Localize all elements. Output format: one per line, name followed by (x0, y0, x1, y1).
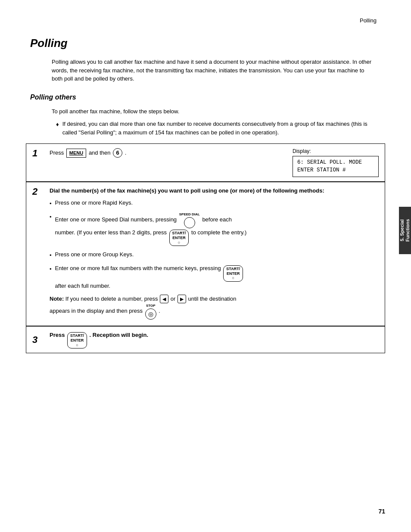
note-line: Note: If you need to delete a number, pr… (50, 295, 379, 320)
step3-text: . Reception will begin. (90, 332, 149, 338)
menu-key[interactable]: MENU (66, 149, 86, 158)
bullet2-item: • Enter one or more Speed Dial numbers, … (50, 212, 379, 246)
note-or: or (171, 296, 176, 302)
bullet2-dot: • (50, 213, 52, 221)
step3-content: Press START/ENTER○ . Reception will begi… (50, 331, 379, 348)
bullet1-item: • Press one or more Rapid Keys. (50, 199, 379, 208)
left-arrow-key[interactable]: ◀ (160, 295, 168, 303)
step1-display-area: Display: 6: SERIAL POLL. MODE ENTER STAT… (284, 148, 379, 177)
bullet2-newline: number. (If you enter less than 2 digits… (55, 229, 167, 236)
start-enter-key-2[interactable]: START/ENTER○ (169, 230, 189, 246)
note-end: . (159, 308, 160, 314)
step1-period: . (125, 149, 127, 156)
step1-box: 1 Press MENU and then 6 . Display: 6: SE… (26, 143, 385, 182)
page-number: 71 (378, 508, 385, 515)
step3-press-label: Press (50, 332, 66, 338)
page-container: Polling Polling Polling allows you to ca… (0, 0, 411, 532)
bullet4-post: after each full number. (55, 283, 111, 289)
start-enter-key-4[interactable]: START/ENTER○ (223, 265, 243, 282)
step2-row: 2 Dial the number(s) of the fax machine(… (26, 182, 385, 326)
step2-content: Dial the number(s) of the fax machine(s)… (50, 187, 379, 321)
sidebar-text: 5. Special Functions (399, 213, 411, 248)
stop-key-group[interactable]: STOP ◎ (145, 303, 156, 320)
diamond-icon: ♦ (56, 120, 59, 137)
page-header: Polling (26, 17, 385, 24)
step2-box: 2 Dial the number(s) of the fax machine(… (26, 182, 385, 326)
bullet2-pre: Enter one or more Speed Dial numbers, pr… (55, 216, 177, 223)
display-line1: 6: SERIAL POLL. MODE (297, 159, 374, 167)
bullet4-dot: • (50, 265, 52, 274)
bullet3-text: Press one or more Group Keys. (55, 250, 134, 259)
right-arrow-key[interactable]: ▶ (177, 295, 186, 303)
step1-and-then: and then (89, 149, 111, 156)
step3-box: 3 Press START/ENTER○ . Reception will be… (26, 326, 385, 353)
bullet2-mid: before each (202, 216, 232, 223)
speed-dial-circle[interactable] (184, 217, 195, 228)
stop-label: STOP (146, 303, 156, 308)
start-enter-key-3[interactable]: START/ENTER○ (67, 332, 87, 348)
bullet2-content: Enter one or more Speed Dial numbers, pr… (55, 212, 247, 246)
section-heading: Polling others (30, 93, 385, 101)
speed-dial-key-group[interactable]: SPEED DIAL (179, 212, 200, 228)
bullet1-text: Press one or more Rapid Keys. (55, 199, 133, 207)
bullet2-post: to complete the entry.) (191, 229, 246, 236)
diamond-note-text: If desired, you can dial more than one f… (62, 120, 377, 137)
note-bold: Note: (50, 296, 64, 302)
step1-content: Press MENU and then 6 . (50, 148, 284, 158)
display-label: Display: (293, 148, 379, 154)
bullet4-item: • Enter one or more full fax numbers wit… (50, 264, 379, 290)
display-box: 6: SERIAL POLL. MODE ENTER STATION # (293, 156, 379, 177)
display-line2: ENTER STATION # (297, 167, 374, 174)
step1-row: 1 Press MENU and then 6 . Display: 6: SE… (26, 144, 385, 181)
step1-number: 1 (32, 148, 45, 159)
bullet3-dot: • (50, 251, 52, 260)
bullet3-item: • Press one or more Group Keys. (50, 250, 379, 260)
note-newline: appears in the display and then press (50, 308, 143, 314)
sidebar-tab: 5. Special Functions (399, 207, 411, 254)
speed-dial-label: SPEED DIAL (179, 212, 200, 217)
diamond-note: ♦ If desired, you can dial more than one… (56, 120, 377, 137)
bullet1-dot: • (50, 199, 52, 208)
bullet4-content: Enter one or more full fax numbers with … (55, 264, 244, 290)
note-body: If you need to delete a number, press (65, 296, 158, 302)
bullet4-pre: Enter one or more full fax numbers with … (55, 265, 221, 271)
header-title: Polling (360, 17, 377, 24)
step3-number: 3 (32, 335, 45, 345)
step1-prefix: Press (50, 149, 64, 156)
step3-row: 3 Press START/ENTER○ . Reception will be… (26, 327, 385, 353)
page-title: Polling (30, 37, 385, 50)
six-key[interactable]: 6 (113, 148, 122, 158)
step2-bullets: • Press one or more Rapid Keys. • Enter … (50, 199, 379, 320)
step2-intro: Dial the number(s) of the fax machine(s)… (50, 187, 324, 194)
step2-number: 2 (32, 187, 45, 197)
intro-paragraph: Polling allows you to call another fax m… (52, 58, 377, 83)
stop-circle[interactable]: ◎ (145, 308, 156, 320)
sub-paragraph: To poll another fax machine, follow the … (52, 107, 377, 116)
note-until: until the destination (188, 296, 237, 302)
